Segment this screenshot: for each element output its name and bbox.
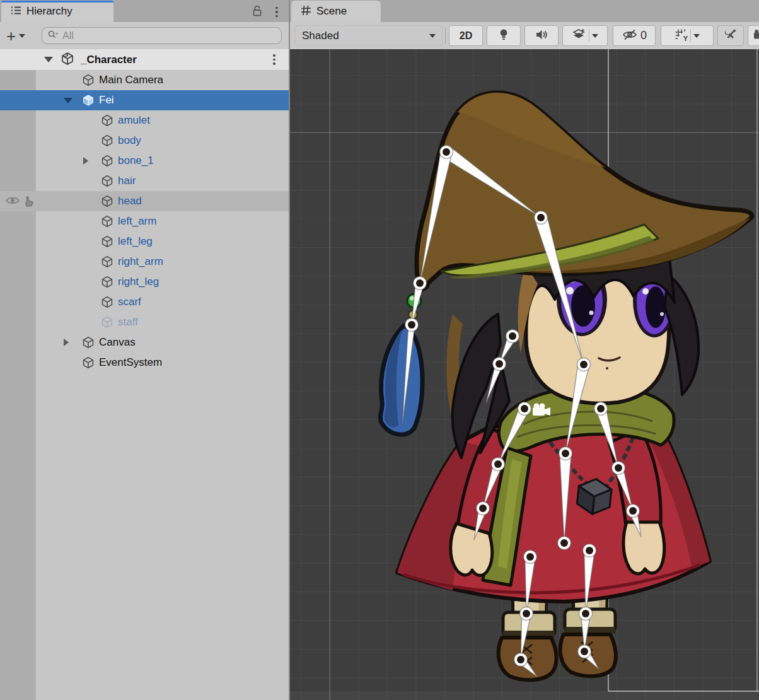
item-label: Fei (99, 94, 114, 107)
tab-scene[interactable]: Scene (291, 1, 381, 22)
button-divider (690, 29, 691, 42)
hierarchy-item-left_leg[interactable]: left_leg (0, 231, 289, 252)
cube-icon (101, 195, 113, 207)
expander-icon[interactable] (64, 339, 69, 346)
scene-toolbar: Shaded 2D (290, 22, 759, 50)
plus-icon: + (6, 29, 16, 43)
hierarchy-item-body[interactable]: body (0, 131, 289, 151)
eye-icon[interactable] (5, 195, 20, 209)
scene-header-row[interactable]: _Character (0, 49, 289, 71)
hierarchy-item-main-camera[interactable]: Main Camera (0, 70, 289, 90)
unity-editor-window: Hierarchy + (0, 0, 759, 700)
tool-settings-button[interactable] (717, 25, 744, 46)
item-label: scarf (118, 296, 141, 308)
create-object-button[interactable]: + (6, 29, 25, 43)
hierarchy-window-controls (251, 4, 282, 20)
draw-mode-label: Shaded (302, 30, 339, 42)
scene-canvas (290, 49, 759, 700)
grid-visibility-button[interactable]: Y (661, 25, 714, 46)
scene-tabbar: Scene (290, 0, 759, 23)
hierarchy-item-eventsystem[interactable]: EventSystem (0, 353, 289, 373)
scene-expander-icon[interactable] (44, 57, 53, 62)
cube-icon (101, 296, 113, 308)
expander-icon[interactable] (83, 157, 88, 165)
item-label: Canvas (99, 336, 136, 349)
draw-mode-dropdown[interactable]: Shaded (295, 25, 443, 46)
bone-joint-l-ankle[interactable] (514, 653, 528, 667)
scene-lighting-button[interactable] (487, 25, 521, 46)
scene-camera-button[interactable] (748, 25, 759, 46)
item-label: hair (118, 175, 136, 187)
hierarchy-item-right_leg[interactable]: right_leg (0, 272, 289, 292)
cube-icon (101, 155, 113, 167)
hierarchy-kebab-menu-icon[interactable] (271, 5, 282, 19)
hierarchy-item-amulet[interactable]: amulet (0, 110, 289, 131)
hierarchy-item-left_arm[interactable]: left_arm (0, 211, 289, 231)
bone-joint-feather[interactable] (405, 318, 419, 332)
hierarchy-item-fei[interactable]: Fei (0, 90, 289, 110)
item-label: amulet (118, 114, 150, 127)
pick-icon[interactable] (23, 195, 35, 211)
bone-joint-r-elbow[interactable] (612, 462, 625, 475)
scene-viewport[interactable] (290, 49, 759, 700)
bone-joint-hair-b[interactable] (493, 358, 506, 371)
dropdown-caret-icon[interactable] (592, 34, 598, 38)
hierarchy-search-field[interactable] (42, 27, 282, 44)
bone-joint-r-shoulder[interactable] (594, 402, 608, 416)
bone-joint-r-wrist[interactable] (627, 505, 640, 518)
hierarchy-item-staff[interactable]: staff (0, 312, 289, 332)
bone-joint-hat-top[interactable] (440, 146, 453, 159)
bone-joint-chest[interactable] (559, 447, 572, 460)
scene-effects-button[interactable] (562, 25, 608, 46)
cube-icon (101, 255, 113, 268)
bone-joint-pelvis[interactable] (558, 537, 571, 550)
bone-joint-hair-a[interactable] (506, 330, 519, 343)
hierarchy-item-canvas[interactable]: Canvas (0, 332, 289, 353)
search-input[interactable] (61, 30, 276, 42)
bone-joint-l-hip[interactable] (524, 551, 537, 564)
scene-header-kebab-icon[interactable] (269, 53, 280, 67)
hierarchy-tabbar: Hierarchy (0, 0, 289, 23)
hidden-objects-button[interactable]: 0 (613, 25, 656, 46)
effects-layers-icon (572, 28, 586, 44)
dropdown-caret-icon[interactable] (693, 34, 700, 38)
hierarchy-item-hair[interactable]: hair (0, 171, 289, 191)
hierarchy-item-right_arm[interactable]: right_arm (0, 252, 289, 272)
dropdown-caret-icon (429, 34, 436, 38)
hierarchy-tab-label: Hierarchy (26, 5, 72, 18)
cube-icon (101, 235, 113, 248)
hierarchy-item-head[interactable]: head (0, 191, 289, 211)
toggle-2d-button[interactable]: 2D (449, 25, 483, 46)
cube-icon (101, 114, 113, 127)
bone-joint-hat-tip[interactable] (414, 277, 427, 290)
speaker-icon (535, 28, 548, 44)
bone-joint-l-wrist[interactable] (477, 502, 490, 515)
bone-joint-jaw[interactable] (577, 358, 591, 371)
item-label: right_leg (118, 276, 159, 288)
grid-axis-label: Y (683, 35, 688, 42)
tab-hierarchy[interactable]: Hierarchy (1, 1, 113, 22)
dress (397, 426, 710, 602)
cube-icon (101, 215, 113, 228)
search-icon (47, 30, 59, 42)
bone-joint-l-elbow[interactable] (492, 458, 505, 471)
2d-label: 2D (460, 30, 472, 42)
button-divider (589, 29, 589, 42)
tool-settings-icon (724, 28, 738, 44)
bone-joint-r-hip[interactable] (583, 544, 596, 557)
cube-icon (101, 316, 113, 329)
scene-audio-button[interactable] (524, 25, 559, 46)
bone-joint-l-shoulder[interactable] (518, 402, 531, 416)
bone-joint-r-knee[interactable] (579, 607, 593, 621)
hierarchy-item-scarf[interactable]: scarf (0, 292, 289, 312)
item-label: right_arm (118, 255, 163, 268)
dropdown-caret-icon (19, 34, 25, 38)
bone-joint-r-ankle[interactable] (578, 645, 591, 658)
hierarchy-item-bone_1[interactable]: bone_1 (0, 151, 289, 171)
bone-joint-hat-mid[interactable] (535, 211, 548, 225)
bone-joint-l-knee[interactable] (520, 607, 533, 621)
hierarchy-list-icon (10, 4, 22, 19)
cube-icon (82, 336, 95, 349)
expander-icon[interactable] (64, 98, 72, 103)
unlocked-padlock-icon[interactable] (251, 4, 264, 20)
